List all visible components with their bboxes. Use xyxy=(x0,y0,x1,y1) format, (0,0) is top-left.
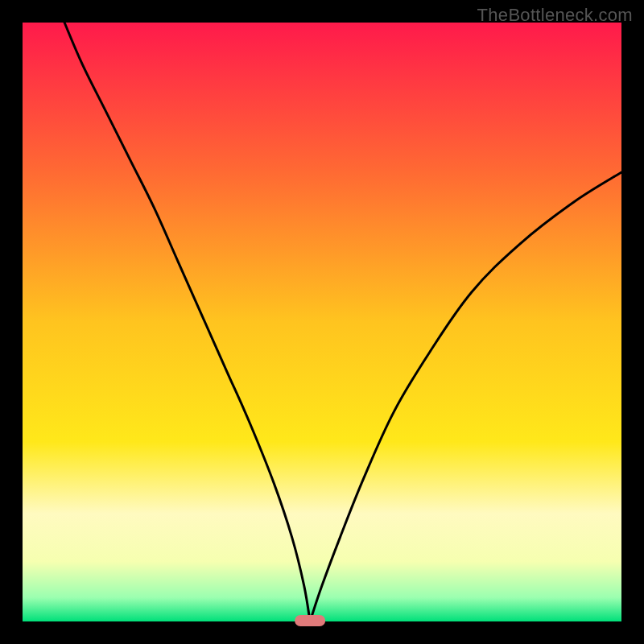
watermark-text: TheBottleneck.com xyxy=(477,5,633,26)
chart-svg xyxy=(0,0,644,644)
plot-area xyxy=(23,23,621,621)
chart-container: TheBottleneck.com xyxy=(0,0,644,644)
bottleneck-marker xyxy=(295,615,325,626)
